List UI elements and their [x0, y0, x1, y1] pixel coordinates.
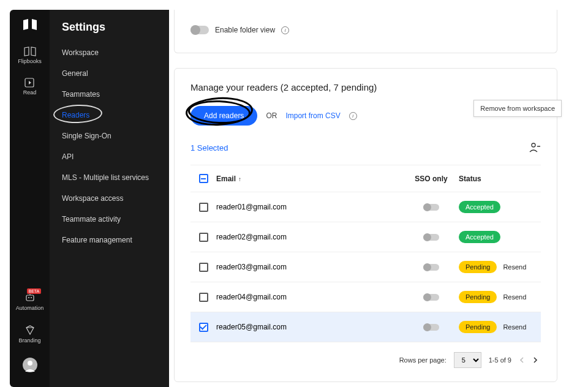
resend-link[interactable]: Resend [503, 293, 526, 301]
col-email-header[interactable]: Email↑ [214, 175, 404, 183]
svg-point-6 [28, 361, 32, 366]
folder-view-label: Enable folder view [215, 26, 275, 34]
sidebar-item-api[interactable]: API [50, 146, 169, 167]
section-title: Manage your readers (2 accepted, 7 pendi… [190, 82, 541, 92]
or-text: OR [266, 111, 277, 120]
row-checkbox[interactable] [199, 203, 208, 212]
row-checkbox[interactable] [199, 263, 208, 272]
avatar-icon [22, 357, 38, 373]
remove-user-icon[interactable] [529, 141, 541, 154]
sso-toggle[interactable] [423, 294, 439, 301]
app-logo[interactable] [22, 18, 38, 33]
sidebar-item-mls-multiple-list-services[interactable]: MLS - Multiple list services [50, 167, 169, 188]
status-badge: Accepted [459, 231, 500, 243]
tooltip-remove: Remove from workspace [473, 100, 562, 117]
rail-read[interactable]: Read [23, 78, 37, 96]
next-page-icon[interactable] [532, 356, 538, 364]
sidebar-item-teammates[interactable]: Teammates [50, 84, 169, 105]
row-checkbox[interactable] [199, 323, 208, 332]
sso-toggle[interactable] [423, 324, 439, 331]
sso-toggle[interactable] [423, 264, 439, 271]
book-icon [24, 47, 36, 56]
row-email: reader02@gmail.com [214, 233, 404, 241]
sidebar-item-general[interactable]: General [50, 63, 169, 84]
table-row: reader05@gmail.comPendingResend [190, 312, 541, 342]
sso-toggle[interactable] [423, 204, 439, 211]
sidebar-item-single-sign-on[interactable]: Single Sign-On [50, 126, 169, 146]
table-row: reader02@gmail.comAccepted [190, 222, 541, 252]
row-checkbox[interactable] [199, 293, 208, 302]
svg-point-3 [31, 297, 32, 298]
rail-automation[interactable]: BETA Automation [16, 292, 44, 311]
select-all-checkbox[interactable] [199, 174, 208, 183]
diamond-icon [24, 325, 36, 336]
page-title: Settings [50, 21, 169, 42]
import-csv-link[interactable]: Import from CSV [285, 111, 340, 120]
table-row: reader01@gmail.comAccepted [190, 192, 541, 222]
row-email: reader03@gmail.com [214, 263, 404, 271]
sort-asc-icon: ↑ [238, 176, 241, 182]
svg-rect-1 [26, 295, 34, 301]
svg-point-7 [532, 143, 535, 147]
row-email: reader01@gmail.com [214, 203, 404, 211]
status-badge: Pending [459, 291, 497, 303]
status-badge: Pending [459, 321, 497, 333]
col-sso-header: SSO only [404, 175, 459, 183]
sidebar-item-workspace-access[interactable]: Workspace access [50, 188, 169, 209]
resend-link[interactable]: Resend [503, 263, 526, 271]
status-badge: Pending [459, 261, 497, 273]
sidebar-item-readers[interactable]: Readers [50, 105, 169, 126]
info-icon[interactable]: i [349, 112, 357, 120]
svg-point-2 [28, 297, 29, 298]
sidebar-item-feature-management[interactable]: Feature management [50, 230, 169, 250]
row-checkbox[interactable] [199, 233, 208, 242]
rows-per-page-select[interactable]: 5 [454, 352, 481, 368]
selection-count: 1 Selected [190, 143, 228, 152]
rail-branding[interactable]: Branding [18, 325, 40, 344]
status-badge: Accepted [459, 201, 500, 213]
sidebar-item-workspace[interactable]: Workspace [50, 42, 169, 63]
resend-link[interactable]: Resend [503, 323, 526, 331]
rows-per-page-label: Rows per page: [399, 356, 447, 364]
rail-flipbooks[interactable]: Flipbooks [18, 47, 42, 64]
info-icon[interactable]: i [281, 26, 289, 34]
read-icon [24, 78, 34, 88]
add-readers-button[interactable]: Add readers [190, 106, 257, 126]
prev-page-icon[interactable] [519, 356, 525, 364]
table-row: reader03@gmail.comPendingResend [190, 252, 541, 282]
page-range: 1-5 of 9 [489, 356, 511, 364]
row-email: reader04@gmail.com [214, 293, 404, 301]
table-row: reader04@gmail.comPendingResend [190, 282, 541, 312]
rail-avatar[interactable] [22, 357, 38, 375]
row-email: reader05@gmail.com [214, 323, 404, 331]
col-status-header: Status [459, 175, 538, 183]
sso-toggle[interactable] [423, 234, 439, 241]
beta-badge: BETA [27, 288, 42, 294]
sidebar-item-teammate-activity[interactable]: Teammate activity [50, 209, 169, 230]
folder-view-toggle[interactable] [190, 26, 209, 34]
